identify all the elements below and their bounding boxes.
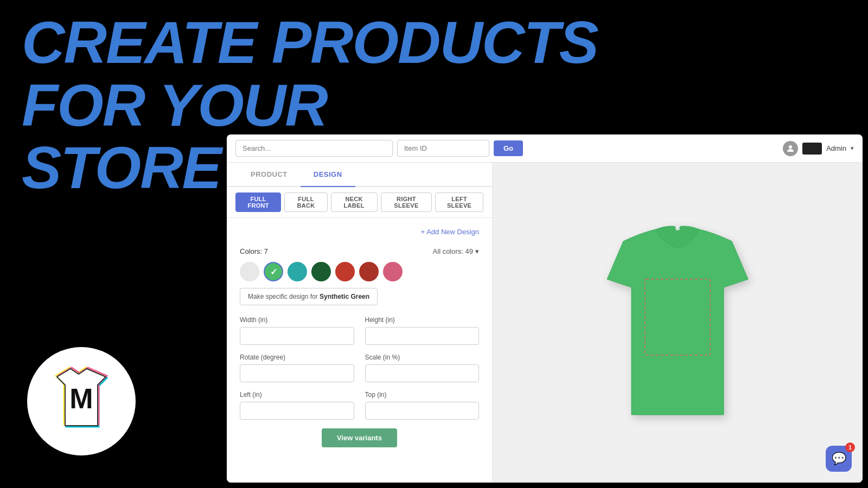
- view-buttons-row: FULL FRONT FULL BACK NECK LABEL RIGHT SL…: [227, 187, 492, 218]
- width-input[interactable]: [240, 327, 354, 345]
- top-label: Top (in): [365, 391, 480, 399]
- synthetic-notice-text: Make specific design for: [248, 293, 320, 300]
- swatch-dark-green[interactable]: [311, 262, 331, 281]
- swatch-red[interactable]: [335, 262, 355, 281]
- tabs: PRODUCT DESIGN: [227, 163, 492, 187]
- synthetic-notice: Make specific design for Synthetic Green: [240, 288, 378, 305]
- colors-count-label: Colors: 7: [240, 247, 268, 255]
- scale-label: Scale (in %): [365, 354, 480, 361]
- left-input[interactable]: [240, 402, 354, 420]
- shirt-preview-panel: 💬 1: [493, 163, 863, 483]
- all-colors-label: All colors: 49: [433, 247, 473, 255]
- form-group-left: Left (in): [240, 391, 354, 420]
- form-group-width: Width (in): [240, 316, 354, 345]
- rotate-label: Rotate (degree): [240, 354, 354, 361]
- form-group-height: Height (in): [365, 316, 480, 345]
- all-colors-chevron-icon: ▾: [475, 247, 479, 255]
- top-input[interactable]: [365, 402, 480, 420]
- admin-label: Admin: [826, 144, 846, 152]
- item-id-input[interactable]: [397, 140, 489, 157]
- color-swatches: ✓: [240, 262, 479, 281]
- rotate-input[interactable]: [240, 364, 354, 382]
- swatch-pink[interactable]: [383, 262, 403, 281]
- tshirt-svg: [580, 209, 775, 436]
- design-body: + Add New Design Colors: 7 All colors: 4…: [227, 218, 492, 483]
- swatch-synthetic-green[interactable]: ✓: [264, 262, 283, 281]
- search-input[interactable]: [235, 140, 393, 157]
- scale-input[interactable]: [365, 364, 480, 382]
- svg-point-5: [789, 145, 792, 149]
- width-label: Width (in): [240, 316, 354, 324]
- view-btn-full-back[interactable]: FULL BACK: [284, 192, 327, 212]
- swatch-white[interactable]: [240, 262, 259, 281]
- form-row-width-height: Width (in) Height (in): [240, 316, 479, 345]
- user-avatar: [802, 143, 822, 155]
- add-design-link-container: + Add New Design: [240, 227, 479, 236]
- logo: M: [27, 347, 136, 455]
- form-row-rotate-scale: Rotate (degree) Scale (in %): [240, 354, 479, 382]
- check-icon: ✓: [270, 267, 277, 277]
- synthetic-bold-text: Synthetic Green: [320, 293, 369, 300]
- swatch-teal[interactable]: [288, 262, 307, 281]
- chat-icon: 💬: [832, 452, 846, 466]
- view-btn-full-front[interactable]: FULL FRONT: [235, 192, 281, 212]
- tshirt-container: [580, 209, 775, 436]
- form-row-left-top: Left (in) Top (in): [240, 391, 479, 420]
- chat-badge: 1: [845, 442, 855, 452]
- view-btn-right-sleeve[interactable]: RIGHT SLEEVE: [381, 192, 432, 212]
- chevron-down-icon[interactable]: ▾: [851, 145, 854, 152]
- top-bar: Go Admin ▾: [227, 134, 863, 163]
- main-panel: Go Admin ▾ PRODUCT DESIGN FULL FRONT FUL…: [227, 134, 863, 483]
- swatch-dark-red[interactable]: [359, 262, 379, 281]
- content-area: PRODUCT DESIGN FULL FRONT FULL BACK NECK…: [227, 163, 863, 483]
- svg-text:M: M: [69, 383, 93, 414]
- height-input[interactable]: [365, 327, 480, 345]
- tab-design[interactable]: DESIGN: [301, 163, 355, 187]
- left-panel: PRODUCT DESIGN FULL FRONT FULL BACK NECK…: [227, 163, 493, 483]
- user-icon: [783, 141, 798, 156]
- add-design-link[interactable]: + Add New Design: [421, 228, 479, 236]
- view-btn-left-sleeve[interactable]: LEFT SLEEVE: [435, 192, 483, 212]
- form-group-rotate: Rotate (degree): [240, 354, 354, 382]
- chat-button[interactable]: 💬 1: [826, 446, 852, 472]
- colors-row: Colors: 7 All colors: 49 ▾: [240, 247, 479, 255]
- all-colors-dropdown[interactable]: All colors: 49 ▾: [433, 247, 479, 255]
- view-variants-button[interactable]: View variants: [322, 428, 397, 447]
- tab-product[interactable]: PRODUCT: [238, 163, 301, 187]
- view-btn-neck-label[interactable]: NECK LABEL: [331, 192, 378, 212]
- form-group-scale: Scale (in %): [365, 354, 480, 382]
- form-group-top: Top (in): [365, 391, 480, 420]
- svg-point-6: [675, 226, 680, 230]
- height-label: Height (in): [365, 316, 480, 324]
- left-label: Left (in): [240, 391, 354, 399]
- go-button[interactable]: Go: [494, 140, 523, 156]
- hero-title-line1: CREATE PRODUCTS FOR YOUR: [22, 11, 629, 136]
